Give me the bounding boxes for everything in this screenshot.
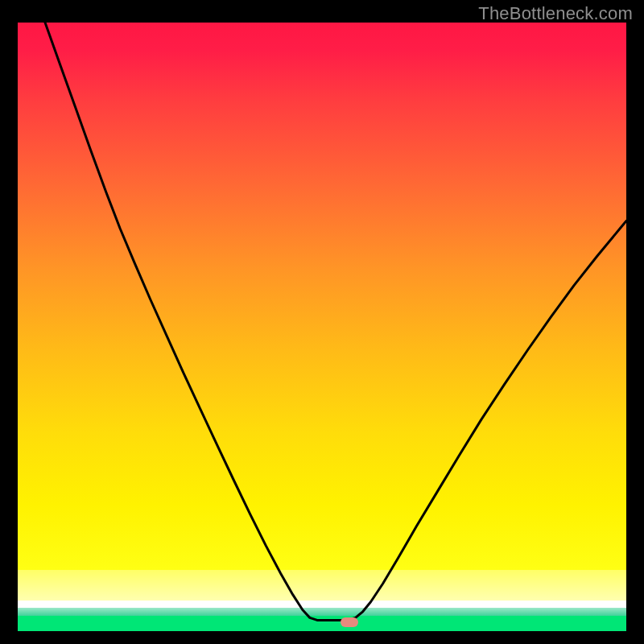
bottleneck-curve bbox=[18, 23, 626, 631]
plot-area bbox=[18, 23, 626, 631]
chart-container: TheBottleneck.com bbox=[0, 0, 644, 644]
optimum-marker-icon bbox=[341, 617, 358, 627]
watermark-text: TheBottleneck.com bbox=[478, 3, 633, 24]
